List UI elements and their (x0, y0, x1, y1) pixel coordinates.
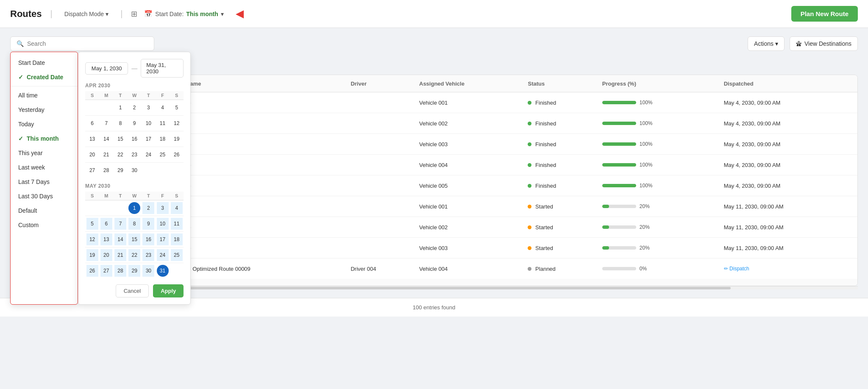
may-day-22[interactable]: 22 (128, 249, 140, 261)
may-day-6[interactable]: 6 (100, 218, 112, 230)
calendar-apply-button[interactable]: Apply (153, 284, 184, 297)
status-dot-icon (528, 267, 531, 271)
may-day-7[interactable]: 7 (114, 218, 126, 230)
header-divider2: | (120, 9, 122, 19)
may-weekday-f: F (156, 192, 170, 200)
menu-item-last-30-days[interactable]: Last 30 Days (11, 189, 78, 203)
menu-item-last-7-days[interactable]: Last 7 Days (11, 175, 78, 189)
plan-new-route-button[interactable]: Plan New Route (791, 6, 858, 22)
weekday-s1: S (85, 91, 99, 100)
menu-item-last-week[interactable]: Last week (11, 160, 78, 175)
apr-day-21[interactable]: 21 (100, 149, 112, 161)
may-day-28[interactable]: 28 (114, 265, 126, 277)
menu-item-start-date[interactable]: Start Date (11, 56, 78, 70)
may-day-23[interactable]: 23 (142, 249, 154, 261)
apr-day-6[interactable]: 6 (86, 117, 98, 129)
may-day-14[interactable]: 14 (114, 233, 126, 245)
may-day-26[interactable]: 26 (86, 265, 98, 277)
apr-day-15[interactable]: 15 (114, 133, 126, 145)
may-day-27[interactable]: 27 (100, 265, 112, 277)
apr-day-24[interactable]: 24 (142, 149, 154, 161)
may-day-13[interactable]: 13 (100, 233, 112, 245)
apr-day-7[interactable]: 7 (100, 117, 112, 129)
may-day-25[interactable]: 25 (171, 249, 183, 261)
apr-day-19[interactable]: 19 (171, 133, 183, 145)
may-day-17[interactable]: 17 (157, 233, 169, 245)
status-dot-icon (528, 101, 531, 105)
may-day-3[interactable]: 3 (157, 202, 169, 214)
may-day-2[interactable]: 2 (142, 202, 154, 214)
menu-item-custom[interactable]: Custom (11, 218, 78, 232)
may-day-21[interactable]: 21 (114, 249, 126, 261)
apr-day-2[interactable]: 2 (128, 102, 140, 114)
menu-item-today[interactable]: Today (11, 117, 78, 131)
apr-day-10[interactable]: 10 (142, 117, 154, 129)
menu-item-default[interactable]: Default (11, 203, 78, 218)
date-range-start-input[interactable]: May 1, 2030 (85, 62, 128, 75)
progress-fill (602, 205, 609, 208)
may-day-15[interactable]: 15 (128, 233, 140, 245)
may-day-10[interactable]: 10 (157, 218, 169, 230)
apr-day-30[interactable]: 30 (128, 164, 140, 176)
menu-item-this-year[interactable]: This year (11, 146, 78, 160)
apr-day-20[interactable]: 20 (86, 149, 98, 161)
apr-day-26[interactable]: 26 (171, 149, 183, 161)
row-status-cell: Started (523, 238, 598, 258)
may-day-16[interactable]: 16 (142, 233, 154, 245)
calendar-cancel-button[interactable]: Cancel (116, 284, 149, 297)
status-dot-icon (528, 246, 531, 250)
progress-pct: 100% (640, 120, 654, 126)
apr-day-29[interactable]: 29 (114, 164, 126, 176)
apr-day-13[interactable]: 13 (86, 133, 98, 145)
apr-day-23[interactable]: 23 (128, 149, 140, 161)
may-day-18[interactable]: 18 (171, 233, 183, 245)
may-day-1[interactable]: 1 (128, 202, 140, 214)
dispatched-value: May 11, 2030, 09:00 AM (724, 245, 784, 251)
menu-item-yesterday[interactable]: Yesterday (11, 103, 78, 117)
may-day-31[interactable]: 31 (157, 265, 169, 277)
row-status-cell: Finished (523, 155, 598, 175)
menu-item-created-date[interactable]: ✓ Created Date (11, 70, 78, 84)
may-day-8[interactable]: 8 (128, 218, 140, 230)
apr-day-5[interactable]: 5 (171, 102, 183, 114)
dispatch-mode-button[interactable]: Dispatch Mode ▾ (61, 9, 112, 19)
dispatch-link[interactable]: ✏ Dispatch (724, 266, 853, 272)
may-day-19[interactable]: 19 (86, 249, 98, 261)
grid-view-icon[interactable]: ⊞ (131, 9, 137, 19)
row-driver-cell (346, 196, 415, 217)
may-day-12[interactable]: 12 (86, 233, 98, 245)
may-day-20[interactable]: 20 (100, 249, 112, 261)
may-day-5[interactable]: 5 (86, 218, 98, 230)
search-input[interactable] (27, 40, 148, 47)
apr-day-16[interactable]: 16 (128, 133, 140, 145)
may-day-24[interactable]: 24 (157, 249, 169, 261)
apr-day-27[interactable]: 27 (86, 164, 98, 176)
view-destinations-button[interactable]: 🛣 View Destinations (790, 36, 858, 51)
apr-day-17[interactable]: 17 (142, 133, 154, 145)
weekday-m: M (99, 91, 113, 100)
apr-day-4[interactable]: 4 (157, 102, 169, 114)
may-day-9[interactable]: 9 (142, 218, 154, 230)
apr-day-28[interactable]: 28 (100, 164, 112, 176)
date-range-end-input[interactable]: May 31, 2030 (141, 59, 184, 78)
start-date-filter[interactable]: 📅 Start Date: This month ▾ (144, 10, 223, 18)
apr-day-11[interactable]: 11 (157, 117, 169, 129)
apr-day-8[interactable]: 8 (114, 117, 126, 129)
apr-day-25[interactable]: 25 (157, 149, 169, 161)
apr-day-1[interactable]: 1 (114, 102, 126, 114)
apr-day-14[interactable]: 14 (100, 133, 112, 145)
apr-day-22[interactable]: 22 (114, 149, 126, 161)
may-day-11[interactable]: 11 (171, 218, 183, 230)
apr-day-18[interactable]: 18 (157, 133, 169, 145)
apr-day-9[interactable]: 9 (128, 117, 140, 129)
search-box[interactable]: 🔍 (10, 36, 154, 51)
may-day-29[interactable]: 29 (128, 265, 140, 277)
apr-day-3[interactable]: 3 (142, 102, 154, 114)
may-day-4[interactable]: 4 (171, 202, 183, 214)
apr-day-12[interactable]: 12 (171, 117, 183, 129)
menu-item-all-time[interactable]: All time (11, 88, 78, 103)
may-day-30[interactable]: 30 (142, 265, 154, 277)
actions-button[interactable]: Actions ▾ (748, 36, 785, 51)
row-vehicle-cell: Vehicle 005 (415, 175, 523, 196)
menu-item-this-month[interactable]: ✓ This month (11, 131, 78, 146)
